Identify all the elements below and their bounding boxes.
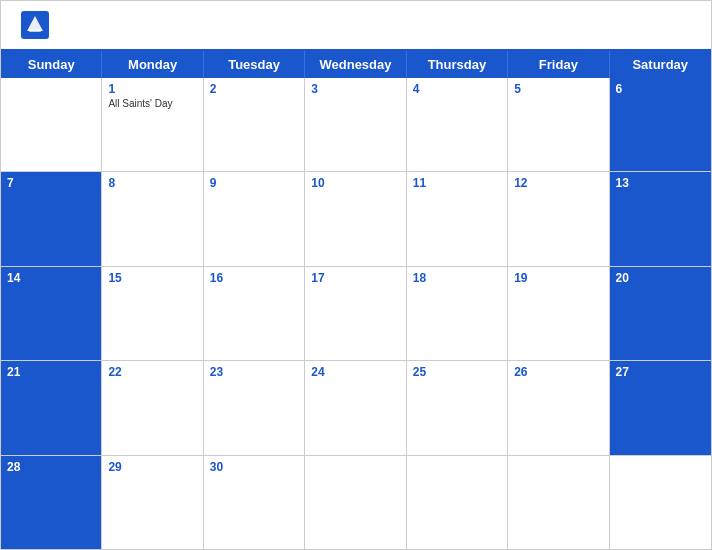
day-cell: 2 <box>204 78 305 171</box>
svg-rect-2 <box>29 29 41 32</box>
day-cell: 23 <box>204 361 305 454</box>
day-header-wednesday: Wednesday <box>305 51 406 78</box>
day-cell: 28 <box>1 456 102 549</box>
day-number: 23 <box>210 365 298 379</box>
day-number: 29 <box>108 460 196 474</box>
day-cell: 26 <box>508 361 609 454</box>
day-cell: 22 <box>102 361 203 454</box>
day-cell: 7 <box>1 172 102 265</box>
day-number: 15 <box>108 271 196 285</box>
day-cell: 29 <box>102 456 203 549</box>
day-number: 22 <box>108 365 196 379</box>
day-header-tuesday: Tuesday <box>204 51 305 78</box>
day-cell: 6 <box>610 78 711 171</box>
week-row-4: 282930 <box>1 456 711 549</box>
day-number: 3 <box>311 82 399 96</box>
general-blue-logo-icon <box>21 11 49 39</box>
day-number: 25 <box>413 365 501 379</box>
day-header-monday: Monday <box>102 51 203 78</box>
day-cell: 15 <box>102 267 203 360</box>
day-number: 17 <box>311 271 399 285</box>
day-cell: 10 <box>305 172 406 265</box>
day-number: 7 <box>7 176 95 190</box>
day-number: 30 <box>210 460 298 474</box>
day-headers-row: SundayMondayTuesdayWednesdayThursdayFrid… <box>1 51 711 78</box>
day-number: 28 <box>7 460 95 474</box>
week-row-3: 21222324252627 <box>1 361 711 455</box>
day-number: 6 <box>616 82 705 96</box>
day-header-saturday: Saturday <box>610 51 711 78</box>
day-cell: 17 <box>305 267 406 360</box>
week-row-1: 78910111213 <box>1 172 711 266</box>
week-row-0: 1All Saints' Day23456 <box>1 78 711 172</box>
holiday-label: All Saints' Day <box>108 98 196 109</box>
day-cell: 3 <box>305 78 406 171</box>
day-cell <box>305 456 406 549</box>
weeks-container: 1All Saints' Day234567891011121314151617… <box>1 78 711 549</box>
day-cell: 19 <box>508 267 609 360</box>
day-header-thursday: Thursday <box>407 51 508 78</box>
day-cell: 9 <box>204 172 305 265</box>
day-cell: 27 <box>610 361 711 454</box>
day-number: 8 <box>108 176 196 190</box>
day-cell <box>508 456 609 549</box>
day-number: 2 <box>210 82 298 96</box>
day-number: 14 <box>7 271 95 285</box>
day-number: 27 <box>616 365 705 379</box>
day-cell: 21 <box>1 361 102 454</box>
day-number: 12 <box>514 176 602 190</box>
day-number: 9 <box>210 176 298 190</box>
calendar-container: SundayMondayTuesdayWednesdayThursdayFrid… <box>0 0 712 550</box>
day-cell: 13 <box>610 172 711 265</box>
day-number: 26 <box>514 365 602 379</box>
day-number: 4 <box>413 82 501 96</box>
calendar-grid: SundayMondayTuesdayWednesdayThursdayFrid… <box>1 49 711 549</box>
day-header-sunday: Sunday <box>1 51 102 78</box>
day-cell: 30 <box>204 456 305 549</box>
day-number: 13 <box>616 176 705 190</box>
day-header-friday: Friday <box>508 51 609 78</box>
calendar-header <box>1 1 711 49</box>
day-cell <box>1 78 102 171</box>
day-cell: 1All Saints' Day <box>102 78 203 171</box>
day-number: 20 <box>616 271 705 285</box>
day-cell: 12 <box>508 172 609 265</box>
day-cell: 25 <box>407 361 508 454</box>
day-cell: 20 <box>610 267 711 360</box>
day-cell: 18 <box>407 267 508 360</box>
day-number: 24 <box>311 365 399 379</box>
day-cell: 24 <box>305 361 406 454</box>
day-number: 10 <box>311 176 399 190</box>
day-number: 1 <box>108 82 196 96</box>
day-number: 19 <box>514 271 602 285</box>
day-number: 18 <box>413 271 501 285</box>
day-number: 5 <box>514 82 602 96</box>
week-row-2: 14151617181920 <box>1 267 711 361</box>
day-cell: 8 <box>102 172 203 265</box>
day-cell: 16 <box>204 267 305 360</box>
day-cell <box>407 456 508 549</box>
day-number: 11 <box>413 176 501 190</box>
day-number: 21 <box>7 365 95 379</box>
day-cell <box>610 456 711 549</box>
day-cell: 4 <box>407 78 508 171</box>
day-cell: 14 <box>1 267 102 360</box>
day-cell: 5 <box>508 78 609 171</box>
day-number: 16 <box>210 271 298 285</box>
day-cell: 11 <box>407 172 508 265</box>
logo-area <box>21 11 53 39</box>
